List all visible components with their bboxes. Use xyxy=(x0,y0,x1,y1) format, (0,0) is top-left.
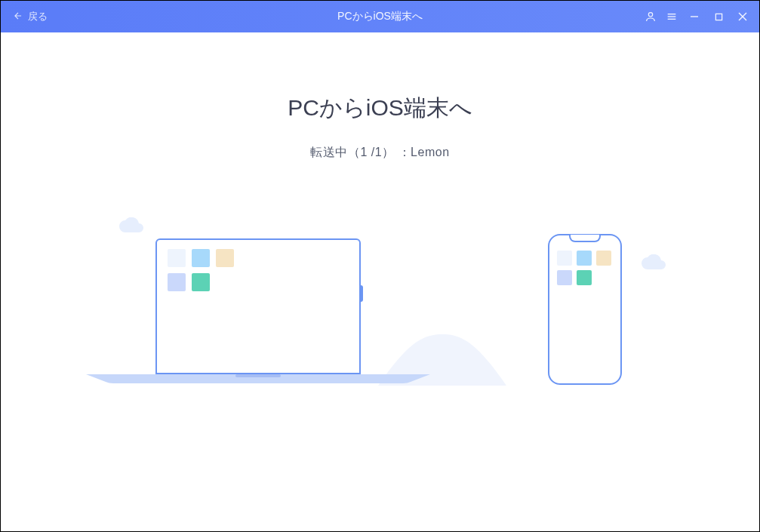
tile xyxy=(596,251,611,266)
page-heading: PCからiOS端末へ xyxy=(1,93,759,124)
laptop-side-button xyxy=(359,285,363,302)
cloud-icon xyxy=(640,254,667,271)
close-button[interactable] xyxy=(732,6,753,27)
status-current: 1 xyxy=(360,146,367,158)
maximize-button[interactable] xyxy=(708,6,729,27)
laptop-illustration xyxy=(155,238,361,374)
main-content: PCからiOS端末へ 転送中（1 /1） ：Lemon xyxy=(1,32,759,531)
tile xyxy=(557,270,572,285)
back-arrow-icon xyxy=(13,11,23,23)
tile xyxy=(192,249,210,267)
status-total: 1 xyxy=(375,146,382,158)
status-sep: / xyxy=(368,146,375,158)
titlebar-controls xyxy=(642,6,753,27)
transfer-status: 転送中（1 /1） ：Lemon xyxy=(1,145,759,161)
tile xyxy=(557,251,572,266)
phone-notch xyxy=(569,235,601,242)
laptop-tiles xyxy=(168,249,234,291)
svg-rect-5 xyxy=(715,14,722,20)
status-suffix: ） ： xyxy=(382,146,411,158)
laptop-base xyxy=(86,374,430,383)
svg-rect-8 xyxy=(235,374,281,377)
transfer-illustration xyxy=(1,183,759,425)
laptop-screen xyxy=(155,238,361,374)
tile xyxy=(168,249,186,267)
tile xyxy=(192,273,210,291)
back-label: 戻る xyxy=(28,10,48,23)
window-title: PCからiOS端末へ xyxy=(337,10,423,23)
titlebar: 戻る PCからiOS端末へ xyxy=(1,1,759,32)
phone-illustration xyxy=(548,234,622,385)
menu-icon[interactable] xyxy=(663,8,681,26)
status-prefix: 転送中（ xyxy=(310,146,360,158)
phone-tiles xyxy=(557,251,611,285)
account-icon[interactable] xyxy=(642,8,660,26)
tile xyxy=(577,251,592,266)
cloud-icon xyxy=(118,217,145,234)
tile xyxy=(577,270,592,285)
back-button[interactable]: 戻る xyxy=(1,10,48,23)
status-filename: Lemon xyxy=(411,146,449,158)
svg-point-0 xyxy=(648,13,652,17)
tile xyxy=(216,249,234,267)
minimize-button[interactable] xyxy=(684,6,705,27)
tile xyxy=(168,273,186,291)
